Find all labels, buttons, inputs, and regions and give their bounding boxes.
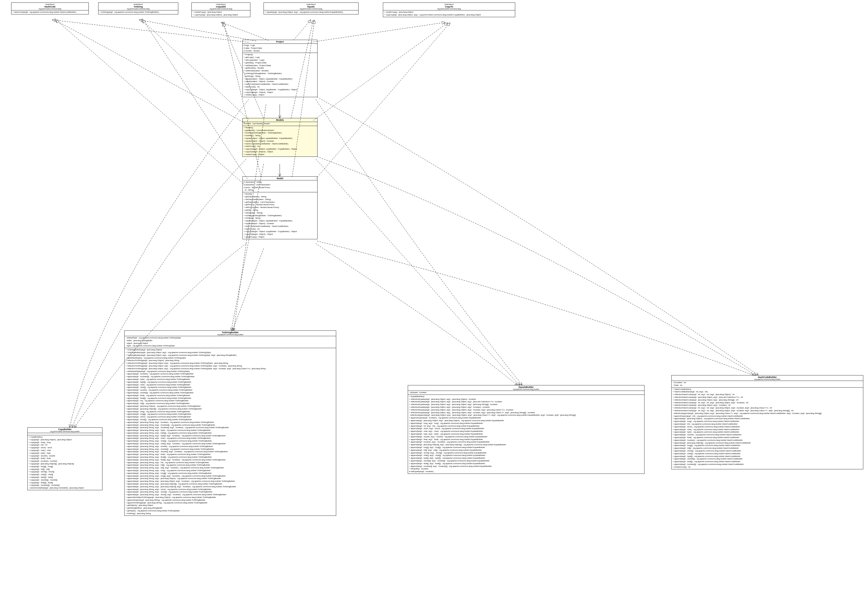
class-copybuilder: CopyBuilderorg.jmml.build2.commons.lang.… xyxy=(27,427,102,490)
class-models: Models # model : List<Models.Model> + Mo… xyxy=(242,118,318,157)
pkg: org.jmml.build.commons.lang xyxy=(12,8,88,10)
interface-tostring: «interface»ToStringorg.jmml.build.common… xyxy=(98,3,178,14)
class-project: Project # logs : Logs# data : Project.Da… xyxy=(242,40,318,97)
class-hashcodebuilder: HashCodeBuilderorg.apache.commons.lang.b… xyxy=(671,375,863,469)
ops: + hashCode(arg0 : org.apache.commons.lan… xyxy=(11,11,88,14)
interface-equals: «interface»Equalsorg.jmml.build.commons.… xyxy=(264,3,358,14)
interface-copyable: «interface»Copyableorg.jmml.build.common… xyxy=(191,3,250,17)
class-equalsbuilder: EqualsBuilderorg.apache.commons.lang.bui… xyxy=(408,385,645,474)
class-model: Model # classname : String# parameter : … xyxy=(242,176,318,239)
class-tostringbuilder: ToStringBuilderorg.apache.commons.lang.b… xyxy=(124,330,336,516)
name: HashCode xyxy=(12,5,88,8)
interface-copyto: «interface»CopyToorg.jmml.build2.commons… xyxy=(383,3,515,17)
interface-hashcode: «interface»HashCodeorg.jmml.build.common… xyxy=(11,3,89,14)
stereo: «interface» xyxy=(12,3,88,5)
